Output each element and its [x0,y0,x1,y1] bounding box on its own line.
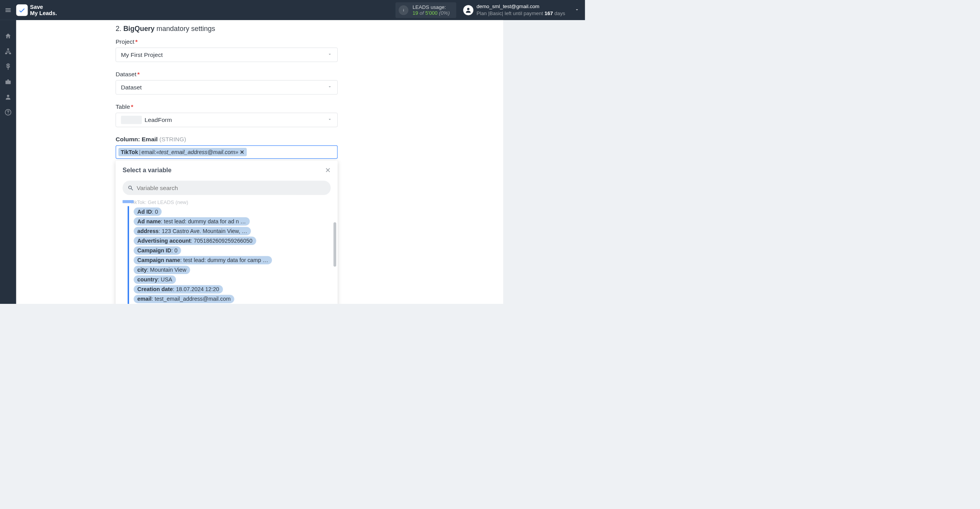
nav-account[interactable] [0,89,16,105]
svg-line-11 [131,189,133,190]
user-panel[interactable]: demo_sml_test@gmail.com Plan |Basic| lef… [463,3,579,17]
usage-pct: (0%) [439,10,450,16]
variable-search[interactable] [122,181,330,195]
dollar-icon [5,63,12,70]
required-star: * [131,103,133,110]
variable-option[interactable]: email: test_email_address@mail.com [134,295,234,303]
svg-point-0 [403,9,404,10]
project-label: Project* [116,38,338,46]
section-number: 2. [116,25,122,33]
brand-line1: Save [30,4,57,10]
project-label-text: Project [116,38,134,45]
help-icon [5,109,12,116]
chip-value: «test_email_address@mail.com» [156,149,238,155]
nav-help[interactable] [0,105,16,120]
chevron-down-icon [327,117,332,124]
variable-option[interactable]: Campaign name: test lead: dummy data for… [134,256,272,264]
dataset-label: Dataset* [116,71,338,78]
svg-rect-1 [403,10,404,11]
nav-billing[interactable] [0,59,16,74]
usage-label: LEADS usage: [413,4,450,10]
user-email: demo_sml_test@gmail.com [476,3,565,10]
dropdown-body: TikTok: Get LEADS (new) Ad ID: 0Ad name:… [116,199,338,304]
user-plan-suffix: days [553,10,565,16]
variable-option[interactable]: country: USA [134,276,176,284]
left-nav [0,20,16,304]
user-plan-days: 167 [545,10,553,16]
section-title: 2. BigQuery mandatory settings [116,25,338,33]
variable-option[interactable]: Campaign ID: 0 [134,246,181,254]
table-prefix-block [121,116,142,124]
user-plan-prefix: Plan |Basic| left until payment [476,10,544,16]
variable-option[interactable]: Ad ID: 0 [134,207,162,216]
nav-tools[interactable] [0,74,16,89]
info-icon-circle [399,5,408,15]
svg-rect-6 [5,81,10,84]
dropdown-header: Select a variable ✕ [116,161,338,180]
user-menu-toggle[interactable] [574,7,579,13]
svg-point-9 [8,113,9,114]
avatar [463,5,473,15]
table-label-text: Table [116,103,130,110]
brand-line2: My Leads. [30,10,57,16]
section-rest: mandatory settings [155,25,215,33]
dropdown-close-button[interactable]: ✕ [325,166,331,174]
table-select[interactable]: LeadForm [116,113,338,127]
column-label: Column: Email (STRING) [116,136,338,143]
user-plan: Plan |Basic| left until payment 167 days [476,10,565,17]
dataset-value: Dataset [121,84,141,91]
column-label-text: Column: Email [116,136,158,143]
variable-option[interactable]: city: Mountain View [134,266,190,274]
chevron-down-icon [327,84,332,91]
nav-integrations[interactable] [0,44,16,59]
dropdown-scrollbar[interactable] [334,222,336,267]
chevron-down-icon [327,51,332,58]
svg-rect-3 [7,48,9,50]
check-icon [18,6,26,14]
chip-source: TikTok [121,149,138,155]
chevron-down-icon [574,7,579,12]
group-head-text: TikTok: Get LEADS (new) [131,199,188,205]
nav-home[interactable] [0,28,16,43]
variable-option[interactable]: Advertising account: 7051862609259266050 [134,237,256,245]
variable-option[interactable]: Creation date: 18.07.2024 12:20 [134,285,223,293]
dataset-label-text: Dataset [116,71,136,78]
brand-text: Save My Leads. [30,4,57,16]
variable-group-head: TikTok: Get LEADS (new) [122,199,330,206]
briefcase-icon [5,78,12,85]
project-select[interactable]: My First Project [116,48,338,62]
chip-field: email: [141,149,156,155]
variable-search-input[interactable] [137,184,326,192]
variable-option[interactable]: Ad name: test lead: dummy data for ad n … [134,217,249,225]
user-icon [465,7,472,14]
section-strong: BigQuery [123,25,155,33]
table-value: LeadForm [144,117,172,124]
topbar: Save My Leads. LEADS usage: 19 of 5'000 … [0,0,585,20]
table-label: Table* [116,103,338,111]
account-icon [5,94,12,101]
sitemap-icon [5,48,12,55]
usage-of: of [420,10,424,16]
hamburger-menu-button[interactable] [0,0,16,20]
required-star: * [137,71,139,78]
column-input[interactable]: TikTok | email: «test_email_address@mail… [116,146,338,159]
settings-card: 2. BigQuery mandatory settings Project* … [16,20,503,304]
chip-remove-button[interactable]: ✕ [240,149,244,155]
chip-sep: | [139,149,141,155]
dataset-select[interactable]: Dataset [116,80,338,94]
hamburger-icon [5,7,12,14]
group-indicator [122,200,134,203]
column-type: (STRING) [159,136,186,143]
usage-panel: LEADS usage: 19 of 5'000 (0%) [395,2,456,18]
usage-limit: 5'000 [425,10,438,16]
usage-values: 19 of 5'000 (0%) [413,10,450,16]
variable-option[interactable]: address: 123 Castro Ave. Mountain View, … [134,227,251,235]
info-icon [401,7,406,12]
dropdown-title: Select a variable [122,166,171,174]
variable-dropdown: Select a variable ✕ TikTok: Get LEADS (n… [116,161,338,304]
search-icon [128,185,134,191]
svg-point-7 [7,95,9,97]
svg-point-2 [467,8,469,10]
variable-list: Ad ID: 0Ad name: test lead: dummy data f… [128,206,331,304]
project-value: My First Project [121,51,163,58]
